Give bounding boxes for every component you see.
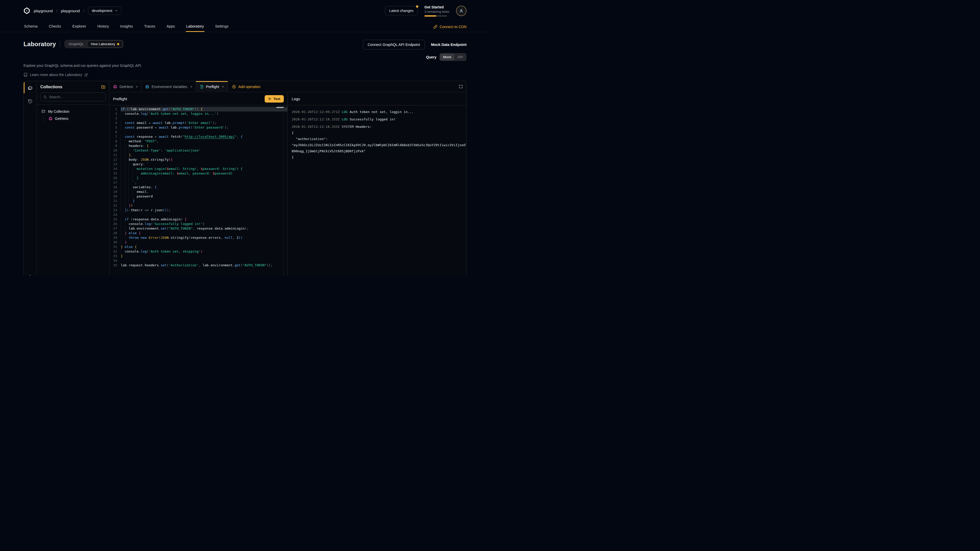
nav-item-explorer[interactable]: Explorer (72, 21, 87, 32)
code-line-6[interactable]: 6 (110, 130, 287, 135)
globe-icon (145, 85, 149, 89)
test-button[interactable]: Test (265, 95, 284, 103)
code-line-content: }, (121, 153, 287, 157)
code-line-34[interactable]: 34 (110, 259, 287, 263)
code-line-2[interactable]: 2console.log('Auth token not set, loggin… (110, 111, 287, 116)
nav-item-history[interactable]: History (97, 21, 110, 32)
code-line-15[interactable]: 15adminLogin(email: $email, password: $p… (110, 171, 287, 176)
endpoint-option-api[interactable]: API (454, 54, 466, 60)
close-tab-icon[interactable]: × (190, 85, 192, 89)
code-line-25[interactable]: 25if (response.data.adminLogin) { (110, 217, 287, 222)
code-line-21[interactable]: 21} (110, 199, 287, 203)
code-line-30[interactable]: 30} (110, 240, 287, 245)
code-line-content: } (121, 176, 287, 180)
code-editor[interactable]: 1if (!lab.environment.get("AUTH_TOKEN"))… (110, 105, 287, 275)
code-line-1[interactable]: 1if (!lab.environment.get("AUTH_TOKEN"))… (110, 107, 287, 111)
code-line-16[interactable]: 16} (110, 176, 287, 180)
plus-icon (232, 85, 236, 89)
learn-more-label: Learn more about the Laboratory (30, 73, 82, 77)
code-line-32[interactable]: 32console.log('Auth token set, skipping'… (110, 249, 287, 254)
code-line-31[interactable]: 31} else { (110, 245, 287, 249)
code-line-28[interactable]: 28} else { (110, 231, 287, 235)
nav-item-checks[interactable]: Checks (48, 21, 62, 32)
collection-folder-label: My Collection (48, 110, 69, 114)
code-line-19[interactable]: 19email, (110, 189, 287, 194)
user-avatar[interactable] (456, 6, 466, 16)
code-line-20[interactable]: 20password (110, 194, 287, 199)
code-line-content: password (121, 194, 287, 199)
page-description: Explore your GraphQL schema and run quer… (24, 64, 466, 68)
code-line-10[interactable]: 10'Content-Type': 'application/json' (110, 148, 287, 153)
code-line-24[interactable]: 24 (110, 213, 287, 217)
history-rail-button[interactable] (26, 97, 34, 105)
endpoint-option-mock[interactable]: Mock (440, 54, 454, 60)
collection-operation-gethero[interactable]: GetHero (46, 115, 107, 122)
add-operation-button[interactable]: Add operation (228, 81, 265, 92)
code-line-27[interactable]: 27lab.environment.set("AUTH_TOKEN", resp… (110, 226, 287, 231)
code-line-9[interactable]: 9headers: { (110, 144, 287, 148)
breadcrumb-separator: / (56, 9, 57, 13)
code-line-8[interactable]: 8method: "POST", (110, 139, 287, 144)
line-number: 16 (110, 176, 121, 180)
tab-preflight[interactable]: Preflight× (196, 81, 228, 92)
mode-option-hive-laboratory[interactable]: Hive Laboratory (87, 41, 123, 48)
code-line-23[interactable]: 23}).then(r => r.json()); (110, 208, 287, 213)
logs-output[interactable]: 2026-01-26T12:12:09.271Z LOG Auth token … (288, 105, 466, 275)
code-line-content: const response = await fetch("http://loc… (121, 135, 287, 139)
connect-cdn-link[interactable]: Connect to CDN (433, 21, 466, 32)
code-line-35[interactable]: 35lab.request.headers.set('Authorization… (110, 263, 287, 268)
latest-changes-button[interactable]: Latest changes (385, 6, 418, 15)
search-input[interactable] (49, 95, 103, 99)
code-line-content: }).then(r => r.json()); (121, 208, 287, 213)
line-number: 1 (110, 107, 121, 111)
close-tab-icon[interactable]: × (222, 85, 224, 89)
code-line-content: body: JSON.stringify({ (121, 157, 287, 162)
tab-gethero[interactable]: GetHero× (110, 81, 142, 92)
side-rail (24, 81, 37, 275)
nav-item-traces[interactable]: Traces (144, 21, 156, 32)
tab-environment-variables[interactable]: Environment Variables× (142, 81, 196, 92)
breadcrumb: playground / playground / development (24, 6, 121, 15)
close-tab-icon[interactable]: × (136, 85, 138, 89)
ide-mode-toggle: GraphiQL Hive Laboratory (64, 40, 124, 48)
breadcrumb-project[interactable]: playground (61, 9, 80, 13)
code-line-3[interactable]: 3 (110, 116, 287, 121)
code-line-26[interactable]: 26console.log('Successfully logged in!') (110, 222, 287, 226)
collection-folder-my-collection[interactable]: My Collection (39, 108, 107, 115)
code-line-content: console.log('Auth token not set, loggin … (121, 111, 287, 116)
nav-item-apps[interactable]: Apps (166, 21, 175, 32)
nav-item-schema[interactable]: Schema (24, 21, 38, 32)
connect-endpoint-button[interactable]: Connect GraphQL API Endpoint (363, 40, 425, 49)
code-line-17[interactable]: 17`, (110, 180, 287, 185)
code-line-7[interactable]: 7const response = await fetch("http://lo… (110, 135, 287, 139)
code-line-4[interactable]: 4const email = await lab.prompt('Enter e… (110, 121, 287, 125)
code-line-18[interactable]: 18variables: { (110, 185, 287, 189)
rail-active-indicator (24, 81, 24, 94)
code-line-content: if (response.data.adminLogin) { (121, 217, 287, 222)
logs-title: Logs (292, 97, 300, 101)
collections-search[interactable] (40, 93, 106, 101)
target-selector[interactable]: development (88, 6, 121, 15)
fullscreen-button[interactable] (455, 81, 466, 92)
nav-item-settings[interactable]: Settings (215, 21, 229, 32)
nav-item-insights[interactable]: Insights (120, 21, 134, 32)
code-line-12[interactable]: 12body: JSON.stringify({ (110, 157, 287, 162)
add-collection-icon[interactable] (101, 84, 106, 89)
settings-rail-button[interactable] (26, 274, 34, 275)
breadcrumb-org[interactable]: playground (34, 9, 52, 13)
code-line-22[interactable]: 22}) (110, 203, 287, 208)
code-line-13[interactable]: 13query: ` (110, 162, 287, 167)
code-line-33[interactable]: 33} (110, 254, 287, 259)
code-line-14[interactable]: 14mutation Login($email: String!, $passw… (110, 167, 287, 171)
code-line-29[interactable]: 29throw new Error(JSON.stringify(respons… (110, 235, 287, 240)
get-started-widget[interactable]: Get Started 3 remaining tasks (425, 5, 449, 17)
nav-item-laboratory[interactable]: Laboratory (186, 21, 204, 32)
collections-rail-button[interactable] (26, 84, 34, 92)
learn-more-link[interactable]: Learn more about the Laboratory (24, 73, 466, 77)
code-line-11[interactable]: 11}, (110, 153, 287, 157)
code-line-5[interactable]: 5const password = await lab.prompt('Ente… (110, 125, 287, 130)
get-started-progressbar (425, 15, 447, 17)
mode-option-graphiql[interactable]: GraphiQL (65, 41, 87, 48)
mode-option-label: Hive Laboratory (91, 42, 115, 46)
hive-logo-icon[interactable] (24, 7, 30, 14)
